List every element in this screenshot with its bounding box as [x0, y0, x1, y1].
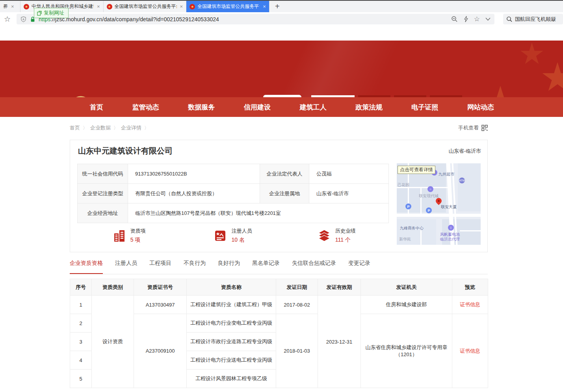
- map-label: 临沂总代理: [440, 237, 460, 242]
- qualification-name: 工程设计电力行业变电工程专业丙级: [187, 314, 276, 333]
- breadcrumb-home[interactable]: 首页: [70, 124, 80, 131]
- map-tooltip: 点击可查看详情: [398, 166, 435, 174]
- quick-search-box[interactable]: 国航回应飞机颠簸: [503, 14, 563, 24]
- stat-label: 资质项: [130, 227, 146, 235]
- tab-close-icon[interactable]: ×: [11, 4, 14, 9]
- tab-blacklist[interactable]: 黑名单记录: [252, 260, 280, 274]
- breadcrumb: 首页 〉 企业数据 〉 企业详情 〉: [70, 124, 149, 131]
- shield-permission-icon[interactable]: [20, 16, 26, 22]
- map-label: 联安现代城: [419, 193, 439, 199]
- stat-historical-performance[interactable]: 历史业绩 111 个: [285, 227, 388, 244]
- browser-tab-active[interactable]: ★ 全国建筑市场监管公共服务平台 ×: [186, 1, 269, 12]
- bookmark-star-icon[interactable]: ☆: [4, 15, 11, 24]
- tab-change-records[interactable]: 变更记录: [348, 260, 370, 274]
- qualification-category: 设计资质: [92, 296, 134, 388]
- tab-title: 全国建筑市场监管公共服务平台: [115, 3, 177, 10]
- battery-shop-marker-icon: ▯: [448, 225, 454, 231]
- browser-tab-0[interactable]: 界 ×: [0, 1, 20, 12]
- nav-home[interactable]: 首页: [90, 103, 103, 112]
- col-header-issue-date: 发证日期: [276, 279, 318, 296]
- nav-site-news[interactable]: 网站动态: [467, 103, 494, 112]
- tab-title: 界: [3, 3, 8, 10]
- stat-registered-personnel[interactable]: 注册人员 10 名: [181, 227, 284, 244]
- emblem-favicon: ★: [24, 4, 29, 9]
- detail-tab-bar: 企业资质资格 注册人员 工程项目 不良行为 良好行为 黑名单记录 失信联合惩戒记…: [70, 260, 488, 274]
- nav-data-service[interactable]: 数据服务: [188, 103, 215, 112]
- nav-supervision[interactable]: 监管动态: [132, 103, 159, 112]
- cert-no: A237009100: [134, 314, 187, 388]
- table-header-row: 序号 资质类别 资质证书号 资质名称 发证日期 发证有效期 发证机关 预览: [70, 279, 488, 296]
- stat-label: 历史业绩: [335, 227, 356, 235]
- nav-credit[interactable]: 信用建设: [244, 103, 271, 112]
- chevron-down-icon[interactable]: [485, 17, 491, 21]
- company-region: 山东省-临沂市: [449, 148, 481, 155]
- quick-search-text: 国航回应飞机颠簸: [515, 16, 556, 23]
- tab-close-icon[interactable]: ×: [97, 4, 100, 9]
- company-stats: 资质项 5 项 注册人员 10 名: [77, 227, 388, 244]
- stat-value: 5 项: [130, 237, 146, 244]
- stat-qualifications[interactable]: 资质项 5 项: [77, 227, 181, 244]
- company-name: 山东中元建筑设计有限公司: [78, 146, 173, 156]
- registration-type-value: 有限责任公司（自然人投资或控股）: [128, 184, 260, 203]
- tab-dishonesty-records[interactable]: 失信联合惩戒记录: [292, 260, 336, 274]
- favorite-star-icon[interactable]: ☆: [474, 16, 480, 22]
- breadcrumb-enterprise-detail[interactable]: 企业详情: [121, 124, 141, 131]
- nav-policy[interactable]: 政策法规: [356, 103, 383, 112]
- table-row: 企业登记注册类型 有限责任公司（自然人投资或控股） 企业注册属地 山东省-临沂市: [78, 184, 389, 203]
- building-marker-icon: ⌂: [427, 186, 433, 192]
- lightning-reader-icon[interactable]: [463, 16, 468, 22]
- col-header-valid-until: 发证有效期: [318, 279, 361, 296]
- browser-tab-bar: 界 × ★ 中华人民共和国住房和城乡建设 × ★ 全国建筑市场监管公共服务平台 …: [0, 1, 563, 12]
- copy-url-tooltip: 复制网址: [34, 8, 69, 18]
- map-label: 联安大厦: [441, 204, 457, 210]
- tab-good-behavior[interactable]: 良好行为: [218, 260, 240, 274]
- breadcrumb-enterprise-data[interactable]: 企业数据: [90, 124, 111, 131]
- map-block: [458, 163, 481, 211]
- row-no: 3: [70, 333, 92, 351]
- col-header-preview: 预览: [452, 279, 488, 296]
- field-label: 企业法定代表人: [260, 164, 309, 184]
- tab-close-icon[interactable]: ×: [263, 4, 266, 9]
- qualification-table: 序号 资质类别 资质证书号 资质名称 发证日期 发证有效期 发证机关 预览 1 …: [70, 279, 488, 388]
- new-tab-button[interactable]: +: [269, 1, 285, 12]
- certificate-info-link[interactable]: 证书信息: [452, 296, 488, 314]
- parking-icon: P: [405, 203, 411, 209]
- map-label: 九峰商务中心: [400, 226, 424, 231]
- certificate-info-link[interactable]: 证书信息: [452, 314, 488, 388]
- mobile-view-link[interactable]: 手机查看: [458, 124, 488, 131]
- chevron-right-icon: 〉: [83, 125, 87, 131]
- tab-registered-personnel[interactable]: 注册人员: [115, 260, 137, 274]
- nav-e-license[interactable]: 电子证照: [411, 103, 438, 112]
- zoom-out-icon[interactable]: [451, 16, 458, 22]
- certificate-book-icon: [214, 229, 227, 242]
- table-row: 统一社会信用代码 91371302675501022B 企业法定代表人 公茂福: [78, 164, 389, 184]
- credit-code-value: 91371302675501022B: [128, 164, 260, 184]
- tab-projects[interactable]: 工程项目: [149, 260, 171, 274]
- tab-close-icon[interactable]: ×: [180, 4, 183, 9]
- tab-qualifications[interactable]: 企业资质资格: [70, 260, 103, 274]
- nav-workers[interactable]: 建筑工人: [300, 103, 327, 112]
- location-map[interactable]: 点击可查看详情 ⌂ 九州超市 ATM 己花园 ⌂ 联安现代城 联安大厦 P P …: [397, 163, 481, 245]
- parking-icon: P: [426, 207, 432, 213]
- emblem-favicon: ★: [107, 4, 112, 9]
- table-row: 1 设计资质 A137030497 工程设计建筑行业（建筑工程）甲级 2017-…: [70, 296, 488, 314]
- field-label: 企业经营地址: [78, 203, 128, 223]
- chevron-right-icon: 〉: [113, 125, 118, 131]
- tab-bad-behavior[interactable]: 不良行为: [184, 260, 206, 274]
- qr-code-icon: [481, 125, 488, 131]
- col-header-category: 资质类别: [92, 279, 134, 296]
- field-label: 统一社会信用代码: [78, 164, 128, 184]
- copy-icon: [37, 11, 42, 16]
- row-no: 1: [70, 296, 92, 314]
- table-row: 企业经营地址 临沂市兰山区陶然路107号星河晶都（联安）现代城1号楼2201室: [78, 203, 389, 223]
- qualification-name: 工程设计建筑行业（建筑工程）甲级: [187, 296, 276, 314]
- atm-label: ATM: [459, 179, 465, 182]
- address-bar[interactable]: https://jzsc.mohurd.gov.cn/data/company/…: [17, 14, 494, 24]
- map-road: [420, 230, 422, 245]
- map-road: [460, 230, 481, 231]
- browser-tab-2[interactable]: ★ 全国建筑市场监管公共服务平台 ×: [104, 1, 187, 12]
- browser-toolbar: ☆ https://jzsc.mohurd.gov.cn/data/compan…: [0, 12, 563, 26]
- issuing-authority: 住房和城乡建设部: [361, 296, 452, 314]
- chevron-right-icon: 〉: [144, 125, 149, 131]
- issuing-authority: 山东省住房和城乡建设厅许可专用章（1201）: [361, 314, 452, 388]
